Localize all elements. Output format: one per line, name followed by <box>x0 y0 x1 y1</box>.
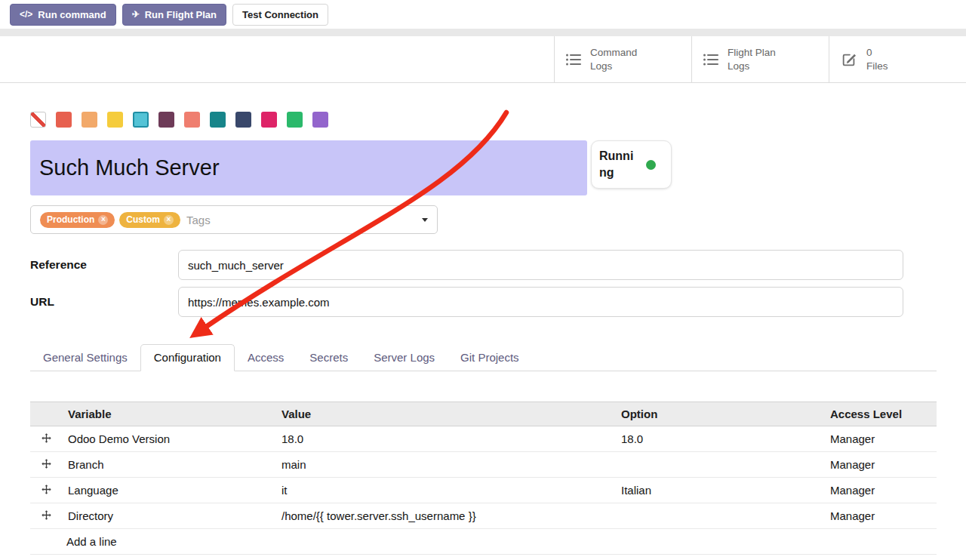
table-row[interactable]: Branch main Manager <box>30 452 937 478</box>
cell-option: Italian <box>615 478 824 503</box>
flight-plan-logs-button[interactable]: Flight Plan Logs <box>691 36 829 82</box>
tag-custom: Custom × <box>119 212 180 228</box>
add-line-row: Add a line <box>30 529 937 555</box>
cell-access-level: Manager <box>824 478 937 503</box>
remove-tag-icon[interactable]: × <box>164 215 174 225</box>
tab-access[interactable]: Access <box>235 344 297 371</box>
tab-secrets[interactable]: Secrets <box>297 344 361 371</box>
run-flight-plan-button[interactable]: ✈ Run Flight Plan <box>122 4 226 26</box>
notebook-tabs: General Settings Configuration Access Se… <box>30 343 937 371</box>
cell-variable: Odoo Demo Version <box>62 426 275 452</box>
files-stat-label: 0 Files <box>866 46 933 72</box>
tab-git-projects[interactable]: Git Projects <box>448 344 532 371</box>
cell-access-level: Manager <box>824 503 937 529</box>
tag-production-label: Production <box>47 214 94 225</box>
col-value: Value <box>275 402 615 426</box>
server-form-page: </> Run command ✈ Run Flight Plan Test C… <box>0 0 966 560</box>
drag-handle[interactable] <box>30 452 62 478</box>
form-sheet: Such Much Server Running Production × Cu… <box>0 112 966 555</box>
swatch-cyan-selected[interactable] <box>133 112 149 128</box>
cell-variable: Directory <box>62 503 275 529</box>
test-connection-button[interactable]: Test Connection <box>232 4 328 26</box>
tag-custom-label: Custom <box>126 214 160 225</box>
drag-handle[interactable] <box>30 478 62 503</box>
cell-value: /home/{{ tower.server.ssh_username }} <box>275 503 615 529</box>
url-value: https://memes.example.com <box>188 296 330 309</box>
cell-option: 18.0 <box>615 426 824 452</box>
add-a-line-link[interactable]: Add a line <box>30 529 937 555</box>
run-flight-plan-label: Run Flight Plan <box>145 9 217 20</box>
handle-column-header <box>30 402 62 426</box>
reference-input[interactable]: such_much_server <box>178 250 903 280</box>
command-logs-label: Command Logs <box>590 46 657 72</box>
drag-handle[interactable] <box>30 503 62 529</box>
test-connection-label: Test Connection <box>242 9 318 20</box>
flight-plan-logs-label: Flight Plan Logs <box>728 46 794 72</box>
table-row[interactable]: Language it Italian Manager <box>30 478 937 503</box>
tags-placeholder: Tags <box>186 214 211 226</box>
swatch-no-color[interactable] <box>30 112 46 128</box>
cell-access-level: Manager <box>824 452 937 478</box>
cell-value: 18.0 <box>275 426 615 452</box>
tag-production: Production × <box>40 212 115 228</box>
cell-variable: Language <box>62 478 275 503</box>
swatch-magenta[interactable] <box>261 112 277 128</box>
files-count: 0 <box>866 47 872 58</box>
move-icon <box>41 458 52 469</box>
status-card: Running <box>591 140 672 189</box>
cell-option <box>615 452 824 478</box>
list-icon <box>566 54 581 66</box>
list-icon <box>703 54 718 66</box>
separator-strip <box>0 29 966 36</box>
tab-server-logs[interactable]: Server Logs <box>361 344 448 371</box>
move-icon <box>41 484 52 495</box>
stat-buttons-row: Command Logs Flight Plan Logs 0 Files <box>0 36 966 83</box>
files-word: Files <box>866 60 888 72</box>
run-command-button[interactable]: </> Run command <box>10 4 116 26</box>
drag-handle[interactable] <box>30 426 62 452</box>
cell-value: main <box>275 452 615 478</box>
swatch-orange[interactable] <box>82 112 97 128</box>
col-option: Option <box>615 402 824 426</box>
tab-general-settings[interactable]: General Settings <box>30 344 140 371</box>
run-command-label: Run command <box>38 9 106 20</box>
server-name-input[interactable]: Such Much Server <box>30 140 587 195</box>
swatch-green[interactable] <box>287 112 303 128</box>
reference-value: such_much_server <box>188 259 284 272</box>
swatch-salmon[interactable] <box>184 112 200 128</box>
tab-configuration[interactable]: Configuration <box>140 344 235 371</box>
code-icon: </> <box>20 9 32 20</box>
color-picker <box>30 112 937 128</box>
server-name-text: Such Much Server <box>39 155 220 180</box>
cell-access-level: Manager <box>824 426 937 452</box>
swatch-teal[interactable] <box>210 112 226 128</box>
variables-table: Variable Value Option Access Level Odoo … <box>30 402 937 555</box>
plane-icon: ✈ <box>132 9 140 20</box>
cell-value: it <box>275 478 615 503</box>
swatch-purple[interactable] <box>312 112 328 128</box>
url-input[interactable]: https://memes.example.com <box>178 287 903 317</box>
table-row[interactable]: Directory /home/{{ tower.server.ssh_user… <box>30 503 937 529</box>
table-row[interactable]: Odoo Demo Version 18.0 18.0 Manager <box>30 426 937 452</box>
files-button[interactable]: 0 Files <box>829 36 966 82</box>
tags-select[interactable]: Production × Custom × Tags <box>30 205 438 234</box>
url-label: URL <box>30 295 178 309</box>
table-header-row: Variable Value Option Access Level <box>30 402 937 426</box>
cell-variable: Branch <box>62 452 275 478</box>
swatch-red[interactable] <box>56 112 72 128</box>
command-logs-button[interactable]: Command Logs <box>554 36 691 82</box>
action-toolbar: </> Run command ✈ Run Flight Plan Test C… <box>0 0 966 29</box>
status-dot <box>646 160 656 170</box>
move-icon <box>41 432 52 444</box>
remove-tag-icon[interactable]: × <box>98 215 108 225</box>
reference-label: Reference <box>30 258 178 272</box>
cell-option <box>615 503 824 529</box>
swatch-yellow[interactable] <box>107 112 123 128</box>
swatch-navy[interactable] <box>235 112 251 128</box>
edit-icon <box>841 51 857 68</box>
chevron-down-icon[interactable] <box>422 218 428 222</box>
col-access-level: Access Level <box>824 402 937 426</box>
col-variable: Variable <box>62 402 275 426</box>
move-icon <box>41 509 52 521</box>
swatch-plum[interactable] <box>158 112 174 128</box>
